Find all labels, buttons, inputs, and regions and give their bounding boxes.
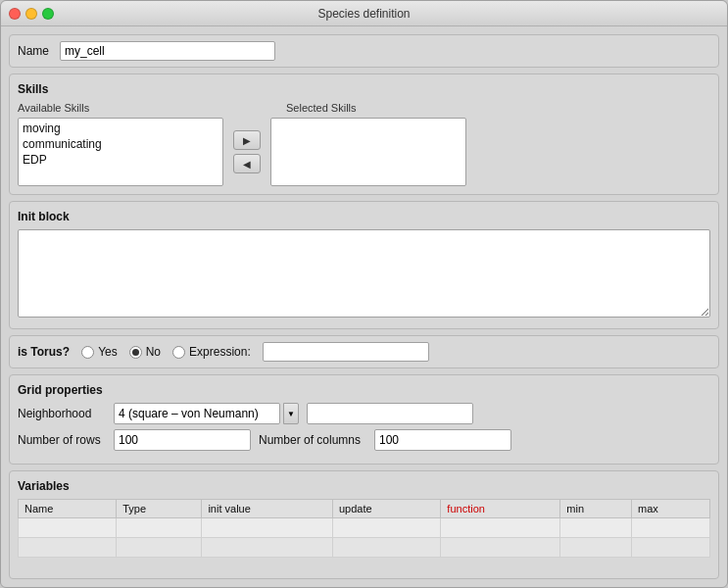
cell-init-2[interactable] — [202, 538, 333, 558]
torus-expression-radio[interactable] — [172, 346, 185, 359]
variables-header-row: Name Type init value update function min… — [19, 500, 710, 518]
col-name: Name — [19, 500, 117, 518]
torus-no-option[interactable]: No — [129, 345, 161, 359]
torus-yes-radio[interactable] — [81, 346, 94, 359]
selected-skills-list[interactable] — [270, 118, 466, 186]
torus-yes-label: Yes — [98, 345, 118, 359]
maximize-button[interactable] — [42, 8, 54, 20]
cell-max-1[interactable] — [632, 518, 710, 538]
name-section: Name — [9, 34, 719, 68]
neighborhood-label: Neighborhood — [18, 407, 106, 420]
torus-no-label: No — [146, 345, 161, 359]
cell-update-1[interactable] — [332, 518, 440, 538]
name-label: Name — [18, 44, 52, 58]
rows-label: Number of rows — [18, 433, 106, 447]
cell-name-1[interactable] — [19, 518, 117, 538]
col-init: init value — [202, 500, 333, 518]
grid-properties-title: Grid properties — [18, 383, 710, 397]
available-skills-list[interactable]: moving communicating EDP — [18, 118, 223, 186]
torus-yes-option[interactable]: Yes — [81, 345, 118, 359]
selected-skills-label: Selected Skills — [286, 102, 357, 114]
cell-init-1[interactable] — [202, 518, 333, 538]
skills-lists-row: moving communicating EDP ▶ ◀ — [18, 118, 710, 186]
cell-function-2[interactable] — [441, 538, 560, 558]
traffic-lights — [9, 8, 54, 20]
close-button[interactable] — [9, 8, 21, 20]
window-title: Species definition — [317, 7, 410, 21]
cols-input[interactable] — [374, 429, 511, 451]
add-skill-button[interactable]: ▶ — [233, 130, 261, 150]
remove-skill-button[interactable]: ◀ — [233, 154, 261, 173]
skills-section: Skills Available Skills Selected Skills … — [9, 74, 719, 195]
init-block-section: Init block — [9, 201, 719, 329]
torus-section: is Torus? Yes No Expression: — [9, 335, 719, 368]
skills-labels: Available Skills Selected Skills — [18, 102, 710, 114]
rows-input[interactable] — [114, 429, 251, 451]
skills-title: Skills — [18, 82, 710, 96]
name-input[interactable] — [60, 41, 275, 61]
skill-edp[interactable]: EDP — [23, 152, 218, 168]
torus-expression-input[interactable] — [263, 342, 429, 362]
cols-label: Number of columns — [259, 433, 366, 447]
cell-type-1[interactable] — [117, 518, 202, 538]
table-row — [19, 518, 710, 538]
variables-table: Name Type init value update function min… — [18, 499, 710, 558]
col-max: max — [632, 500, 710, 518]
grid-properties-section: Grid properties Neighborhood ▼ Number of… — [9, 374, 719, 465]
col-type: Type — [117, 500, 202, 518]
col-min: min — [560, 500, 632, 518]
neighborhood-dropdown-arrow[interactable]: ▼ — [283, 403, 299, 424]
main-window: Species definition Name Skills Available… — [0, 0, 728, 588]
rows-cols-row: Number of rows Number of columns — [18, 429, 710, 451]
table-row — [19, 538, 710, 558]
col-update: update — [332, 500, 440, 518]
torus-radio-group: Yes No Expression: — [81, 342, 429, 362]
torus-expression-option[interactable]: Expression: — [172, 345, 251, 359]
minimize-button[interactable] — [25, 8, 37, 20]
cell-min-1[interactable] — [560, 518, 632, 538]
skill-communicating[interactable]: communicating — [23, 136, 218, 152]
neighborhood-select-wrap: ▼ — [114, 403, 299, 424]
cell-max-2[interactable] — [632, 538, 710, 558]
variables-title: Variables — [18, 479, 710, 493]
skills-transfer-buttons: ▶ ◀ — [229, 118, 265, 186]
neighborhood-extra-input[interactable] — [307, 403, 473, 424]
torus-no-radio[interactable] — [129, 346, 142, 359]
titlebar: Species definition — [1, 1, 727, 26]
available-skills-label: Available Skills — [18, 102, 223, 114]
neighborhood-row: Neighborhood ▼ — [18, 403, 710, 424]
cell-name-2[interactable] — [19, 538, 117, 558]
neighborhood-select[interactable] — [114, 403, 280, 424]
skill-moving[interactable]: moving — [23, 121, 218, 136]
init-block-textarea[interactable] — [18, 229, 710, 318]
init-block-title: Init block — [18, 210, 710, 223]
torus-label: is Torus? — [18, 345, 70, 359]
cell-function-1[interactable] — [441, 518, 560, 538]
col-function: function — [441, 500, 560, 518]
cell-type-2[interactable] — [117, 538, 202, 558]
torus-expression-label: Expression: — [189, 345, 251, 359]
cell-min-2[interactable] — [560, 538, 632, 558]
main-content: Name Skills Available Skills Selected Sk… — [1, 26, 727, 587]
cell-update-2[interactable] — [332, 538, 440, 558]
variables-section: Variables Name Type init value update fu… — [9, 470, 719, 579]
